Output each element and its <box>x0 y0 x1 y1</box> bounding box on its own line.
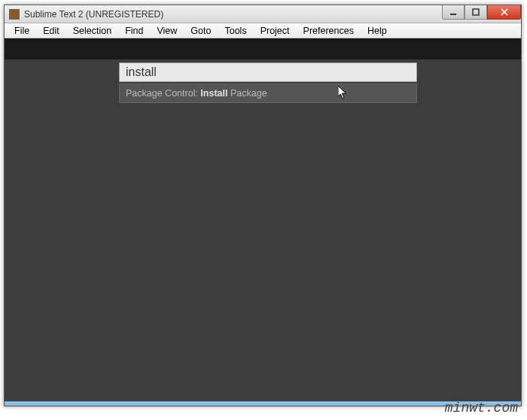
maximize-button[interactable] <box>465 5 487 20</box>
menubar: File Edit Selection Find View Goto Tools… <box>5 23 521 38</box>
menu-find[interactable]: Find <box>118 24 150 38</box>
menu-tools[interactable]: Tools <box>218 24 253 38</box>
command-palette-input[interactable] <box>119 62 417 82</box>
close-button[interactable] <box>487 5 521 20</box>
menu-preferences[interactable]: Preferences <box>297 24 361 38</box>
watermark-text: minwt.com <box>445 400 518 415</box>
menu-edit[interactable]: Edit <box>36 24 66 38</box>
svg-rect-0 <box>450 14 456 15</box>
menu-view[interactable]: View <box>150 24 184 38</box>
command-palette-result[interactable]: Package Control: Install Package <box>119 84 417 103</box>
tab-strip[interactable] <box>5 38 521 59</box>
menu-goto[interactable]: Goto <box>184 24 218 38</box>
menu-selection[interactable]: Selection <box>66 24 118 38</box>
app-window: Sublime Text 2 (UNREGISTERED) File Edit … <box>4 5 522 406</box>
status-bar <box>5 401 521 406</box>
minimize-button[interactable] <box>442 5 465 20</box>
window-controls <box>442 5 521 20</box>
menu-project[interactable]: Project <box>254 24 297 38</box>
svg-rect-1 <box>473 9 479 15</box>
menu-help[interactable]: Help <box>361 24 394 38</box>
menu-file[interactable]: File <box>8 24 36 38</box>
command-palette: Package Control: Install Package <box>119 62 417 103</box>
window-title: Sublime Text 2 (UNREGISTERED) <box>24 9 163 20</box>
app-icon <box>9 9 20 20</box>
editor-area[interactable]: Package Control: Install Package <box>5 59 521 401</box>
result-prefix: Package Control: <box>126 88 200 99</box>
result-suffix: Package <box>227 88 267 99</box>
titlebar[interactable]: Sublime Text 2 (UNREGISTERED) <box>5 5 521 23</box>
result-match: Install <box>200 88 227 99</box>
